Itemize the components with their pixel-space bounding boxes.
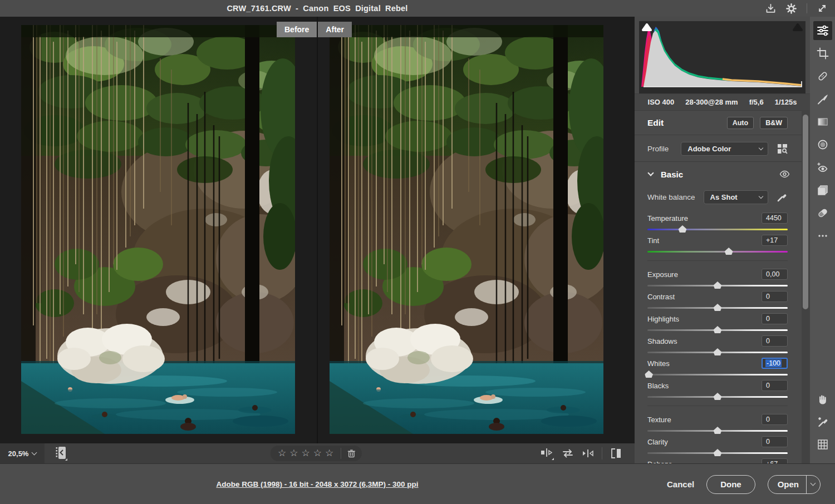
hand-pan-tool-icon[interactable] <box>813 389 832 408</box>
highlights-slider-track[interactable] <box>647 329 788 331</box>
blacks-value-text: 0 <box>766 382 770 389</box>
save-image-icon[interactable] <box>765 3 776 14</box>
blacks-slider-thumb[interactable] <box>714 393 722 400</box>
blacks-slider-track[interactable] <box>647 396 788 398</box>
view-controls-divider <box>602 447 602 459</box>
rating-pill: ☆☆☆☆☆ <box>271 446 362 461</box>
edit-tool-icon[interactable] <box>813 21 832 40</box>
exposure-slider-thumb[interactable] <box>714 281 722 289</box>
open-button[interactable]: Open <box>768 475 821 494</box>
fullscreen-icon[interactable] <box>817 3 827 13</box>
highlight-clipping-icon[interactable] <box>792 23 803 32</box>
after-photo[interactable] <box>330 25 603 434</box>
profile-value: Adobe Color <box>687 145 731 153</box>
before-after-view-icon[interactable] <box>541 446 554 461</box>
star-icon[interactable]: ☆ <box>312 448 323 458</box>
whites-value-input[interactable]: -100 <box>762 358 788 369</box>
split-view-icon[interactable] <box>610 448 622 459</box>
open-options-chevron-icon[interactable] <box>807 483 820 485</box>
texture-value-text: 0 <box>766 416 770 423</box>
zoom-level-dropdown[interactable]: 20,5% <box>0 443 45 463</box>
aperture-value: f/5,6 <box>749 98 764 106</box>
snapshots-layers-icon[interactable] <box>813 181 832 200</box>
texture-slider-track[interactable] <box>647 430 788 432</box>
star-icon[interactable]: ☆ <box>276 448 288 458</box>
white-balance-dropdown[interactable]: As Shot <box>704 190 768 204</box>
basic-section-title: Basic <box>661 170 683 179</box>
copy-settings-icon[interactable] <box>582 448 594 459</box>
profile-browser-icon[interactable] <box>777 144 788 154</box>
star-icon[interactable]: ☆ <box>323 448 335 458</box>
adjustment-brush-icon[interactable] <box>813 90 832 108</box>
image-info-link[interactable]: Adobe RGB (1998) - 16 bit - 2048 x 3072 … <box>216 480 418 488</box>
tool-rail <box>810 17 835 463</box>
radial-gradient-tool-icon[interactable] <box>813 135 832 154</box>
whites-slider-track[interactable] <box>647 374 788 375</box>
rail-bottom-tools <box>813 389 832 458</box>
clarity-slider-track[interactable] <box>647 452 788 454</box>
tint-value-input[interactable]: +17 <box>762 235 788 246</box>
clarity-value-input[interactable]: 0 <box>762 436 788 447</box>
more-tools-icon[interactable] <box>813 226 832 245</box>
linear-gradient-tool-icon[interactable] <box>813 112 832 131</box>
eraser-tool-icon[interactable] <box>813 204 832 223</box>
canvas-toolbar: 20,5% ☆☆☆☆☆ <box>0 443 635 463</box>
red-eye-tool-icon[interactable] <box>813 158 832 177</box>
healing-bandaid-icon[interactable] <box>813 67 832 86</box>
exposure-slider-track[interactable] <box>647 285 788 286</box>
highlights-slider-thumb[interactable] <box>714 326 722 333</box>
tint-slider-thumb[interactable] <box>725 248 733 255</box>
contrast-value-input[interactable]: 0 <box>762 291 788 302</box>
contrast-slider-track[interactable] <box>647 307 788 309</box>
texture-slider-thumb[interactable] <box>714 427 722 434</box>
highlights-slider-row: Highlights0 <box>647 313 788 334</box>
shadow-clipping-icon[interactable] <box>641 23 652 32</box>
bw-button[interactable]: B&W <box>760 117 788 129</box>
whites-slider-thumb[interactable] <box>645 370 653 378</box>
star-icon[interactable]: ☆ <box>288 448 299 458</box>
zoom-level-value: 20,5% <box>8 449 29 458</box>
temperature-slider-thumb[interactable] <box>679 225 687 233</box>
shadows-slider-thumb[interactable] <box>714 348 722 355</box>
basic-section-header[interactable]: Basic <box>635 162 810 186</box>
shutter-value: 1/125s <box>775 98 797 106</box>
swap-before-after-icon[interactable] <box>562 448 574 459</box>
profile-dropdown[interactable]: Adobe Color <box>681 142 768 156</box>
exposure-value-input[interactable]: 0,00 <box>762 269 788 280</box>
profile-row: Profile Adobe Color <box>635 136 810 162</box>
auto-button[interactable]: Auto <box>727 117 754 129</box>
section-collapse-icon[interactable] <box>647 170 654 176</box>
star-icon[interactable]: ☆ <box>299 448 311 458</box>
titlebar-divider <box>807 3 807 13</box>
exposure-label: Exposure <box>647 270 678 279</box>
sample-eyedropper-icon[interactable] <box>813 412 832 431</box>
before-photo[interactable] <box>21 25 295 434</box>
blacks-value-input[interactable]: 0 <box>762 380 788 391</box>
panel-scrollbar-thumb[interactable] <box>803 115 808 309</box>
cancel-button[interactable]: Cancel <box>667 480 694 489</box>
tint-slider-track[interactable] <box>647 251 788 253</box>
tint-slider-row: Tint+17 <box>647 235 788 256</box>
contrast-slider-thumb[interactable] <box>714 304 722 311</box>
temperature-value-input[interactable]: 4450 <box>762 213 788 224</box>
section-visibility-eye-icon[interactable] <box>779 170 790 178</box>
shadows-slider-track[interactable] <box>647 352 788 353</box>
slider-group-divider <box>647 260 788 261</box>
white-balance-eyedropper-icon[interactable] <box>777 191 788 202</box>
dehaze-value-input[interactable]: +67 <box>762 458 788 463</box>
grid-overlay-icon[interactable] <box>813 435 832 454</box>
texture-value-input[interactable]: 0 <box>762 414 788 425</box>
settings-gear-icon[interactable] <box>786 3 797 14</box>
highlights-value-text: 0 <box>766 315 770 323</box>
whites-slider-row: Whites-100 <box>647 358 788 379</box>
delete-trash-icon[interactable] <box>347 449 356 458</box>
done-button[interactable]: Done <box>706 475 755 494</box>
filmstrip-toggle-button[interactable] <box>55 446 68 461</box>
highlights-value-input[interactable]: 0 <box>762 313 788 324</box>
clarity-slider-thumb[interactable] <box>714 449 722 456</box>
shadows-value-input[interactable]: 0 <box>762 335 788 347</box>
temperature-slider-track[interactable] <box>647 229 788 230</box>
blacks-label: Blacks <box>647 382 669 390</box>
histogram[interactable] <box>639 21 805 93</box>
crop-tool-icon[interactable] <box>813 44 832 63</box>
